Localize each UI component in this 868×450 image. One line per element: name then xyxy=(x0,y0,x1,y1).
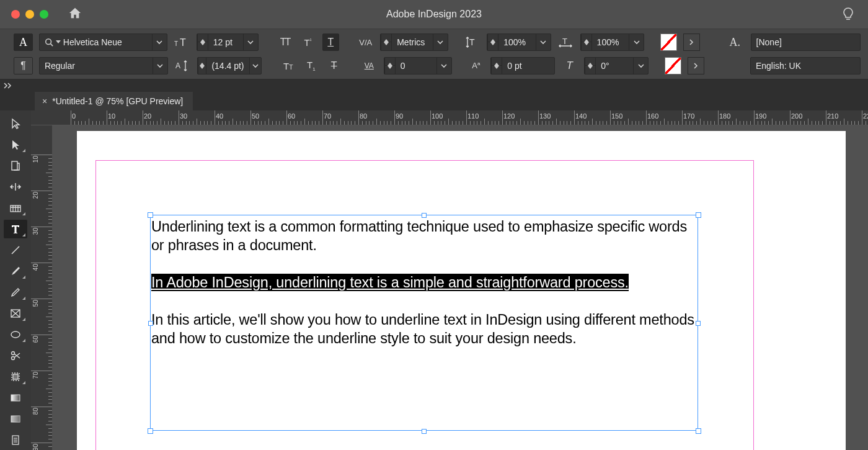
svg-text:T: T xyxy=(562,37,567,46)
fill-popup-button[interactable] xyxy=(683,34,700,51)
tools-panel xyxy=(0,110,31,450)
svg-text:T: T xyxy=(174,40,178,47)
tracking-select[interactable]: 0 xyxy=(384,57,452,74)
close-tab-icon[interactable]: × xyxy=(42,96,47,106)
svg-point-1 xyxy=(46,39,51,45)
content-collector-tool[interactable] xyxy=(4,199,27,217)
character-mode-button[interactable]: A xyxy=(14,34,33,51)
skew-value: 0° xyxy=(596,61,614,71)
underline-button[interactable]: T xyxy=(322,34,339,51)
document-tab-label: *Untitled-1 @ 75% [GPU Preview] xyxy=(52,96,183,106)
free-transform-tool[interactable] xyxy=(4,367,27,386)
character-styles-icon: A. xyxy=(725,34,745,51)
language-select[interactable]: English: UK xyxy=(750,57,861,74)
svg-point-14 xyxy=(11,331,20,338)
maximize-window-button[interactable] xyxy=(40,10,48,19)
text-frame-selection[interactable] xyxy=(150,215,698,431)
leading-value: (14.4 pt) xyxy=(206,61,249,71)
font-family-value: Helvetica Neue xyxy=(63,37,122,47)
font-style-value: Regular xyxy=(40,61,80,71)
language-value: English: UK xyxy=(751,61,806,71)
baseline-shift-value: 0 pt xyxy=(502,61,526,71)
minimize-window-button[interactable] xyxy=(25,10,34,19)
panel-collapse-button[interactable] xyxy=(0,79,868,92)
home-icon[interactable] xyxy=(68,7,82,22)
chevron-down-icon xyxy=(152,34,167,50)
paragraph-mode-button[interactable]: ¶ xyxy=(14,57,33,74)
svg-line-10 xyxy=(12,246,19,254)
kerning-icon: V/A xyxy=(357,34,374,51)
tracking-icon: VA xyxy=(361,57,378,74)
subscript-button[interactable]: T1 xyxy=(303,57,319,74)
document-tab[interactable]: × *Untitled-1 @ 75% [GPU Preview] xyxy=(35,92,193,110)
frame-handle[interactable] xyxy=(696,321,701,326)
strikethrough-button[interactable]: T xyxy=(326,57,342,74)
gradient-feather-tool[interactable] xyxy=(4,410,27,428)
leading-select[interactable]: (14.4 pt) xyxy=(197,57,262,74)
svg-line-2 xyxy=(50,44,53,47)
frame-handle[interactable] xyxy=(148,321,153,326)
canvas[interactable]: Underlining text is a common formatting … xyxy=(52,125,868,450)
kerning-select[interactable]: Metrics xyxy=(380,34,448,51)
svg-rect-18 xyxy=(13,374,18,379)
pencil-tool[interactable] xyxy=(4,283,27,302)
font-family-select[interactable]: Helvetica Neue xyxy=(39,34,167,51)
baseline-shift-select[interactable]: 0 pt xyxy=(490,57,555,74)
document-tab-bar: × *Untitled-1 @ 75% [GPU Preview] xyxy=(0,92,868,110)
frame-handle[interactable] xyxy=(696,428,701,434)
character-style-value: [None] xyxy=(751,37,787,47)
control-panel: A Helvetica Neue TT 12 pt TT T¹ T xyxy=(0,29,868,79)
vertical-scale-value: 100% xyxy=(498,37,531,47)
font-style-select[interactable]: Regular xyxy=(39,57,168,74)
gap-tool[interactable] xyxy=(4,178,27,196)
frame-handle[interactable] xyxy=(148,212,153,218)
svg-point-16 xyxy=(12,357,15,360)
horizontal-scale-icon: T xyxy=(557,34,574,51)
pen-tool[interactable] xyxy=(4,262,27,281)
font-size-value: 12 pt xyxy=(208,37,237,47)
all-caps-button[interactable]: TT xyxy=(277,34,293,51)
line-tool[interactable] xyxy=(4,241,27,259)
font-size-select[interactable]: 12 pt xyxy=(197,34,259,51)
vertical-scale-icon: T xyxy=(464,34,480,51)
spinner-icon[interactable] xyxy=(197,34,208,50)
ellipse-tool[interactable] xyxy=(4,325,27,344)
rectangle-frame-tool[interactable] xyxy=(4,304,27,323)
horizontal-ruler[interactable]: 0102030405060708090100110120130140150160… xyxy=(52,110,868,125)
app-title: Adobe InDesign 2023 xyxy=(386,9,482,20)
skew-select[interactable]: 0° xyxy=(584,57,649,74)
stroke-popup-button[interactable] xyxy=(688,57,704,74)
fill-swatch[interactable] xyxy=(660,34,677,51)
svg-rect-8 xyxy=(12,161,17,170)
page-tool[interactable] xyxy=(4,156,27,175)
stroke-swatch[interactable] xyxy=(665,57,681,74)
svg-text:A: A xyxy=(175,61,180,70)
frame-handle[interactable] xyxy=(422,213,427,218)
title-bar: Adobe InDesign 2023 xyxy=(0,0,868,29)
character-style-select[interactable]: [None] xyxy=(751,34,861,51)
small-caps-button[interactable]: TT xyxy=(280,57,296,74)
type-tool[interactable] xyxy=(4,220,27,238)
leading-icon: A xyxy=(174,57,191,74)
horizontal-scale-select[interactable]: 100% xyxy=(580,34,645,51)
note-tool[interactable] xyxy=(4,431,27,449)
frame-handle[interactable] xyxy=(422,429,427,434)
vertical-ruler[interactable]: 102030405060708090 xyxy=(31,110,52,450)
baseline-shift-icon: Aa xyxy=(467,57,484,74)
tips-icon[interactable] xyxy=(842,7,854,22)
scissors-tool[interactable] xyxy=(4,346,27,365)
direct-selection-tool[interactable] xyxy=(4,135,27,154)
svg-point-15 xyxy=(12,352,15,355)
frame-handle[interactable] xyxy=(696,212,701,218)
superscript-button[interactable]: T¹ xyxy=(299,34,316,51)
selection-tool[interactable] xyxy=(4,114,27,133)
vertical-scale-select[interactable]: 100% xyxy=(487,34,551,51)
tracking-value: 0 xyxy=(396,61,410,71)
window-controls xyxy=(11,10,48,19)
svg-rect-19 xyxy=(11,395,20,401)
svg-text:T: T xyxy=(469,37,475,47)
kerning-value: Metrics xyxy=(392,37,430,47)
gradient-swatch-tool[interactable] xyxy=(4,389,27,407)
close-window-button[interactable] xyxy=(11,10,20,19)
frame-handle[interactable] xyxy=(148,428,153,434)
